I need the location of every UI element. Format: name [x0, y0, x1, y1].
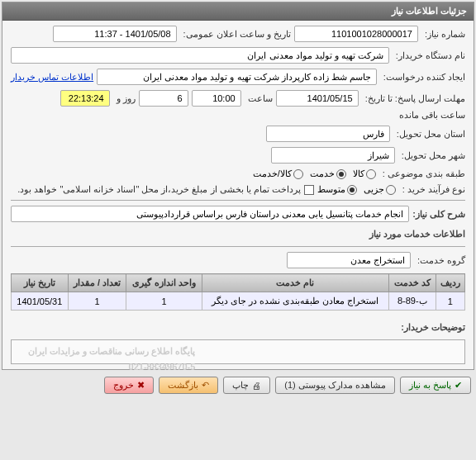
print-button[interactable]: 🖨چاپ [223, 377, 270, 394]
radio-both[interactable]: کالا/خدمت [253, 168, 303, 179]
watermark-line1: پایگاه اطلاع رسانی مناقصات و مزایدات ایر… [28, 346, 195, 356]
watermark-line2: 021-88349670-5 [129, 362, 196, 372]
contact-link[interactable]: اطلاعات تماس خریدار [11, 72, 93, 83]
need-no-field: 1101001028000017 [294, 26, 418, 42]
cell-idx: 1 [436, 292, 464, 311]
divider [11, 200, 465, 201]
summary-field: انجام خدمات پتانسیل یابی معدنی دراستان ف… [11, 206, 409, 222]
services-header: اطلاعات خدمات مورد نیاز [11, 227, 465, 241]
cell-unit: 1 [126, 292, 202, 311]
remaining-label: ساعت باقی مانده [396, 110, 465, 121]
table-row: 1 ب-89-8 استخراج معادن طبقه‌بندی نشده در… [12, 292, 465, 311]
radio-icon [386, 185, 396, 195]
summary-label: شرح کلی نیاز: [412, 207, 465, 221]
check-icon: ✔ [455, 380, 462, 391]
class-label: طبقه بندی موضوعی : [379, 168, 465, 179]
back-icon: ↶ [202, 380, 209, 391]
announce-label: تاریخ و ساعت اعلان عمومی: [180, 29, 291, 40]
cell-date: 1401/05/31 [12, 292, 69, 311]
group-field: استخراج معدن [287, 252, 411, 268]
col-idx: ردیف [436, 274, 464, 292]
radio-service[interactable]: خدمت [310, 168, 346, 179]
divider [11, 246, 465, 247]
col-qty: تعداد / مقدار [68, 274, 126, 292]
org-label: نام دستگاه خریدار: [393, 50, 465, 61]
requester-field: جاسم شط زاده کارپرداز شرکت تهیه و تولید … [97, 69, 377, 85]
row-summary: شرح کلی نیاز: انجام خدمات پتانسیل یابی م… [11, 206, 465, 222]
print-icon: 🖨 [252, 381, 261, 391]
province-label: استان محل تحویل: [393, 129, 465, 140]
city-label: شهر محل تحویل: [398, 150, 465, 161]
row-org: نام دستگاه خریدار: شرکت تهیه و تولید موا… [11, 47, 465, 64]
city-field: شیراز [271, 147, 395, 164]
deadline-date: 1401/05/15 [276, 90, 359, 107]
back-button[interactable]: ↶بازگشت [159, 377, 218, 394]
requester-label: ایجاد کننده درخواست: [380, 72, 465, 83]
pay-checkbox[interactable] [304, 185, 314, 195]
buytype-radio-group: جزیی متوسط [317, 184, 396, 195]
radio-goods-label: کالا [353, 168, 364, 179]
panel-body: شماره نیاز: 1101001028000017 تاریخ و ساع… [2, 21, 474, 369]
radio-both-label: کالا/خدمت [253, 168, 292, 179]
col-unit: واحد اندازه گیری [126, 274, 202, 292]
group-label: گروه خدمت: [414, 255, 465, 266]
announce-field: 1401/05/08 - 11:37 [53, 26, 177, 42]
deadline-time: 10:00 [192, 90, 241, 107]
cell-qty: 1 [68, 292, 126, 311]
services-table: ردیف کد خدمت نام خدمت واحد اندازه گیری ت… [11, 273, 465, 311]
province-field: فارس [266, 126, 390, 142]
row-province: استان محل تحویل: فارس [11, 126, 465, 142]
exit-icon: ✖ [137, 380, 145, 391]
row-city: شهر محل تحویل: شیراز [11, 147, 465, 164]
footer-bar: ✔پاسخ به نیاز مشاهده مدارک پیوستی (1) 🖨چ… [0, 372, 476, 399]
main-panel: جزئیات اطلاعات نیاز شماره نیاز: 11010010… [2, 2, 474, 370]
attachments-button[interactable]: مشاهده مدارک پیوستی (1) [275, 377, 395, 394]
col-name: نام خدمت [202, 274, 388, 292]
watermark: پایگاه اطلاع رسانی مناقصات و مزایدات ایر… [28, 342, 195, 373]
org-field: شرکت تهیه و تولید مواد معدنی ایران [11, 47, 389, 64]
cell-code: ب-89-8 [388, 292, 436, 311]
row-buyer-notes: توضیحات خریدار: [11, 320, 465, 334]
respond-button[interactable]: ✔پاسخ به نیاز [400, 377, 471, 394]
radio-medium[interactable]: متوسط [317, 184, 357, 195]
radio-medium-label: متوسط [317, 184, 345, 195]
need-no-label: شماره نیاز: [421, 29, 465, 40]
radio-icon [366, 169, 376, 179]
time-label: ساعت [245, 93, 273, 104]
pay-note: پرداخت تمام یا بخشی از مبلغ خرید،از محل … [14, 184, 301, 195]
row-need-no: شماره نیاز: 1101001028000017 تاریخ و ساع… [11, 26, 465, 42]
cell-name: استخراج معادن طبقه‌بندی نشده در جای دیگر [202, 292, 388, 311]
row-class: طبقه بندی موضوعی : کالا خدمت کالا/خدمت [11, 168, 465, 179]
panel-title: جزئیات اطلاعات نیاز [2, 2, 474, 21]
radio-icon [293, 169, 303, 179]
row-buytype: نوع فرآیند خرید : جزیی متوسط پرداخت تمام… [11, 184, 465, 195]
buytype-label: نوع فرآیند خرید : [399, 184, 465, 195]
buyer-notes-box: پایگاه اطلاع رسانی مناقصات و مزایدات ایر… [11, 339, 465, 364]
buyer-notes-label: توضیحات خریدار: [401, 320, 465, 334]
radio-small[interactable]: جزیی [364, 184, 396, 195]
radio-service-label: خدمت [310, 168, 335, 179]
row-group: گروه خدمت: استخراج معدن [11, 252, 465, 268]
radio-goods[interactable]: کالا [353, 168, 376, 179]
radio-icon [347, 185, 357, 195]
exit-button[interactable]: ✖خروج [104, 377, 154, 394]
radio-small-label: جزیی [364, 184, 384, 195]
countdown: 22:13:24 [60, 90, 110, 107]
col-date: تاریخ نیاز [12, 274, 69, 292]
days-left: 6 [139, 90, 188, 107]
class-radio-group: کالا خدمت کالا/خدمت [253, 168, 376, 179]
row-deadline: مهلت ارسال پاسخ: تا تاریخ: 1401/05/15 سا… [11, 90, 465, 121]
col-code: کد خدمت [388, 274, 436, 292]
table-header-row: ردیف کد خدمت نام خدمت واحد اندازه گیری ت… [12, 274, 465, 292]
row-requester: ایجاد کننده درخواست: جاسم شط زاده کارپرد… [11, 69, 465, 85]
days-sep: روز و [113, 93, 136, 104]
deadline-label: مهلت ارسال پاسخ: تا تاریخ: [362, 93, 465, 104]
radio-icon [336, 169, 346, 179]
